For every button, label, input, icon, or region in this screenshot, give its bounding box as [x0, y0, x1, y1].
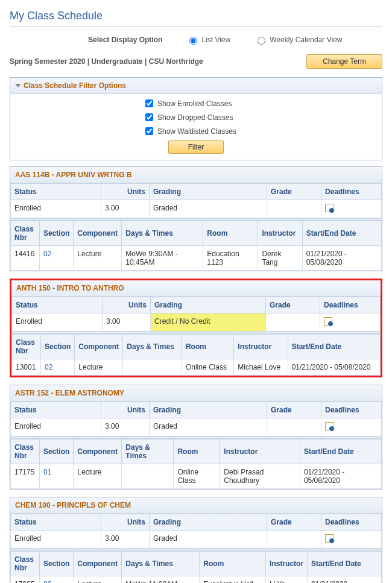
- filter-header[interactable]: Class Schedule Filter Options: [10, 78, 382, 94]
- grade-value: [267, 418, 321, 436]
- instructor-value: Li Ye: [266, 576, 308, 584]
- deadlines-cell: [321, 418, 382, 436]
- grading-value: Credit / No Credit: [151, 314, 266, 332]
- class-title: ANTH 150 - INTRO TO ANTHRO: [11, 280, 381, 297]
- class-title: ASTR 152 - ELEM ASTRONOMY: [10, 385, 382, 402]
- units-value: 3.00: [103, 314, 151, 332]
- calendar-view-radio[interactable]: [258, 37, 265, 45]
- show-waitlisted-checkbox[interactable]: [145, 127, 153, 135]
- col-grade: Grade: [267, 184, 321, 200]
- col-component: Component: [74, 440, 122, 464]
- class-box: ASTR 152 - ELEM ASTRONOMYStatusUnitsGrad…: [10, 385, 382, 490]
- col-deadlines: Deadlines: [320, 297, 381, 314]
- col-units: Units: [103, 297, 151, 314]
- calendar-info-icon[interactable]: [325, 534, 334, 543]
- section-link[interactable]: 06: [40, 576, 74, 584]
- col-days-times: Days & Times: [122, 221, 203, 246]
- units-value: 3.00: [101, 531, 150, 549]
- display-option-row: Select Display Option List View Weekly C…: [88, 35, 382, 45]
- days-times-value: [123, 359, 182, 376]
- col-component: Component: [74, 221, 122, 246]
- start-end-value: 01/21/2020 - 05/08/2020: [302, 246, 381, 271]
- change-term-button[interactable]: Change Term: [306, 54, 382, 69]
- calendar-info-icon[interactable]: [325, 422, 334, 430]
- section-link[interactable]: 02: [40, 246, 74, 271]
- status-row: Enrolled3.00Credit / No Credit: [12, 314, 381, 332]
- col-class-nbr: Class Nbr: [11, 440, 40, 464]
- section-link[interactable]: 01: [40, 464, 74, 489]
- col-status: Status: [11, 514, 101, 531]
- filter-button[interactable]: Filter: [168, 140, 224, 154]
- col-section: Section: [41, 335, 75, 359]
- status-row: Enrolled3.00Graded: [11, 200, 382, 218]
- calendar-info-icon[interactable]: [324, 317, 332, 326]
- class-box: ANTH 150 - INTRO TO ANTHROStatusUnitsGra…: [10, 279, 382, 377]
- col-deadlines: Deadlines: [321, 514, 382, 531]
- col-component: Component: [75, 335, 123, 359]
- deadlines-cell: [321, 531, 382, 549]
- class-title: CHEM 100 - PRINCIPLS OF CHEM: [10, 497, 382, 514]
- col-class-nbr: Class Nbr: [11, 221, 40, 246]
- show-dropped-checkbox[interactable]: [145, 113, 153, 121]
- table-row: 1706506LectureMoWe 11:00AM - 12:15PMEuca…: [11, 576, 382, 584]
- filter-box: Class Schedule Filter Options Show Enrol…: [10, 77, 382, 160]
- col-start-end: Start/End Date: [302, 221, 381, 246]
- col-days-times: Days & Times: [122, 440, 174, 464]
- status-value: Enrolled: [12, 314, 103, 332]
- show-enrolled-checkbox[interactable]: [145, 99, 153, 107]
- grading-value: Graded: [150, 418, 267, 436]
- calendar-view-option[interactable]: Weekly Calendar View: [254, 35, 342, 45]
- class-nbr-value: 17065: [11, 576, 40, 584]
- col-section: Section: [40, 221, 74, 246]
- grade-value: [266, 314, 320, 332]
- status-row: Enrolled3.00Graded: [11, 531, 382, 549]
- list-view-label: List View: [201, 36, 230, 44]
- deadlines-cell: [321, 200, 382, 218]
- class-nbr-value: 17175: [11, 464, 40, 489]
- col-instructor: Instructor: [234, 335, 288, 359]
- page-title: My Class Schedule: [10, 10, 382, 27]
- list-view-option[interactable]: List View: [186, 35, 230, 45]
- section-link[interactable]: 02: [41, 359, 75, 376]
- component-value: Lecture: [74, 464, 122, 489]
- calendar-info-icon[interactable]: [325, 204, 334, 212]
- col-status: Status: [11, 184, 101, 200]
- units-value: 3.00: [101, 418, 150, 436]
- show-enrolled-label: Show Enrolled Classes: [157, 99, 232, 108]
- display-option-label: Select Display Option: [88, 36, 162, 44]
- col-grading: Grading: [151, 297, 266, 314]
- term-label: Spring Semester 2020 | Undergraduate | C…: [10, 57, 203, 66]
- component-value: Lecture: [74, 246, 122, 271]
- col-grade: Grade: [266, 297, 320, 314]
- room-value: Eucalyptus Hall 2225: [200, 576, 266, 584]
- col-room: Room: [200, 552, 266, 576]
- deadlines-cell: [320, 314, 381, 332]
- col-room: Room: [174, 440, 220, 464]
- col-instructor: Instructor: [266, 552, 308, 576]
- class-nbr-value: 13001: [12, 359, 41, 376]
- start-end-value: 01/21/2020 - 05/08/2020: [300, 464, 381, 489]
- col-instructor: Instructor: [220, 440, 300, 464]
- component-value: Lecture: [74, 576, 122, 584]
- list-view-radio[interactable]: [189, 37, 197, 45]
- col-units: Units: [101, 402, 150, 418]
- col-section: Section: [40, 552, 74, 576]
- table-row: 1717501LectureOnline ClassDebi Prasad Ch…: [11, 464, 382, 489]
- days-times-value: MoWe 11:00AM - 12:15PM: [122, 576, 200, 584]
- class-nbr-value: 14416: [11, 246, 40, 271]
- col-deadlines: Deadlines: [321, 402, 382, 418]
- grade-value: [267, 531, 321, 549]
- col-status: Status: [12, 297, 103, 314]
- col-days-times: Days & Times: [123, 335, 182, 359]
- col-section: Section: [40, 440, 74, 464]
- col-grade: Grade: [267, 402, 321, 418]
- room-value: Education 1123: [203, 246, 258, 271]
- calendar-view-label: Weekly Calendar View: [270, 36, 342, 44]
- col-start-end: Start/End Date: [300, 440, 381, 464]
- status-value: Enrolled: [11, 418, 101, 436]
- start-end-value: 01/21/2020 - 05/08/2020: [288, 359, 380, 376]
- status-value: Enrolled: [11, 200, 101, 218]
- class-box: AAS 114B - APPR UNIV WRTNG BStatusUnitsG…: [10, 166, 382, 271]
- days-times-value: MoWe 9:30AM - 10:45AM: [122, 246, 203, 271]
- class-box: CHEM 100 - PRINCIPLS OF CHEMStatusUnitsG…: [10, 497, 382, 583]
